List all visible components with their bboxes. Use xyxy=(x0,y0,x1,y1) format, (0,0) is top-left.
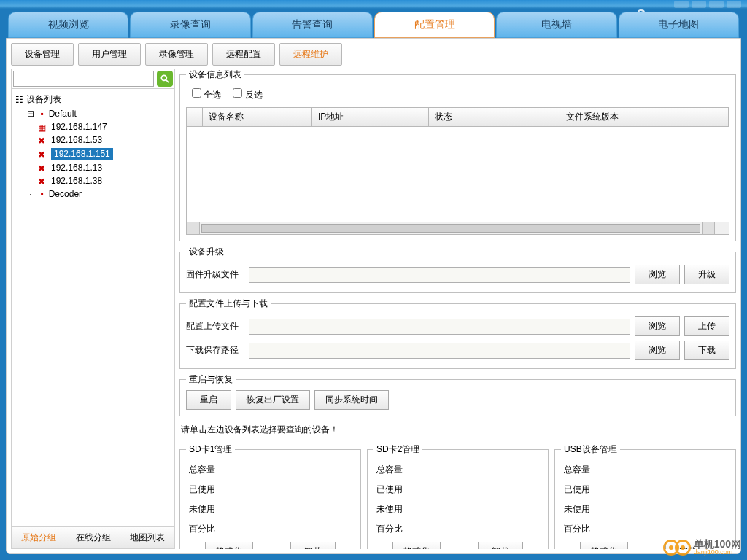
sync-time-button[interactable]: 同步系统时间 xyxy=(314,390,389,410)
config-upload-input[interactable] xyxy=(249,319,630,335)
maximize-button[interactable] xyxy=(709,1,724,8)
storage-box: SD卡1管理总容量已使用未使用百分比格式化卸载 xyxy=(179,443,361,549)
storage-total: 总容量 xyxy=(561,460,729,480)
folder-icon: ▪ xyxy=(37,109,46,118)
sub-tabs: 设备管理 用户管理 录像管理 远程配置 远程维护 xyxy=(11,43,736,66)
tab-tv-wall[interactable]: 电视墙 xyxy=(496,12,616,38)
config-legend: 配置文件上传与下载 xyxy=(186,298,271,310)
unmount-button[interactable]: 卸载 xyxy=(478,542,523,549)
minimize-button[interactable] xyxy=(692,1,706,8)
restart-fieldset: 重启与恢复 重启 恢复出厂设置 同步系统时间 xyxy=(179,373,736,416)
device-ip-label: 192.168.1.13 xyxy=(51,163,102,173)
horizontal-scrollbar[interactable] xyxy=(187,222,729,234)
select-all-checkbox[interactable]: 全选 xyxy=(192,88,221,101)
left-panel: ☷ 设备列表 ⊟ ▪ Default ▦192.168.1.147✖192.16… xyxy=(11,69,175,549)
col-ip[interactable]: IP地址 xyxy=(312,108,429,126)
tab-video-browse[interactable]: 视频浏览 xyxy=(8,12,128,38)
format-button[interactable]: 格式化 xyxy=(392,542,441,549)
unmount-button[interactable]: 卸载 xyxy=(290,542,336,549)
config-upload-browse-button[interactable]: 浏览 xyxy=(635,316,680,336)
main-tabs: 视频浏览 录像查询 告警查询 配置管理 电视墙 电子地图 xyxy=(0,9,747,38)
folder-icon: ▪ xyxy=(37,190,46,198)
subtab-remote-maintain[interactable]: 远程维护 xyxy=(279,43,342,66)
storage-used: 已使用 xyxy=(186,480,355,499)
tree-device-item[interactable]: ✖192.168.1.151 xyxy=(15,147,171,161)
tab-record-query[interactable]: 录像查询 xyxy=(130,12,250,38)
search-button[interactable] xyxy=(157,71,173,87)
tree-group-default[interactable]: ⊟ ▪ Default xyxy=(15,107,171,120)
config-fieldset: 配置文件上传与下载 配置上传文件 浏览 上传 下载保存路径 浏览 下载 xyxy=(179,298,736,369)
bottomtab-raw-group[interactable]: 原始分组 xyxy=(12,527,66,548)
camera-offline-icon: ✖ xyxy=(38,176,48,185)
firmware-browse-button[interactable]: 浏览 xyxy=(635,265,680,284)
factory-reset-button[interactable]: 恢复出厂设置 xyxy=(236,390,310,410)
camera-offline-icon: ✖ xyxy=(38,136,48,144)
dropdown-button[interactable] xyxy=(674,1,689,8)
device-tree: ☷ 设备列表 ⊟ ▪ Default ▦192.168.1.147✖192.16… xyxy=(12,89,174,526)
storage-legend: SD卡1管理 xyxy=(186,443,235,456)
tree-root-label: 设备列表 xyxy=(26,93,61,106)
expand-icon[interactable]: · xyxy=(26,190,35,198)
reboot-button[interactable]: 重启 xyxy=(186,390,231,410)
hint-text: 请单击左边设备列表选择要查询的设备！ xyxy=(179,421,736,439)
tree-root[interactable]: ☷ 设备列表 xyxy=(15,92,171,107)
subtab-user-manage[interactable]: 用户管理 xyxy=(78,43,141,66)
firmware-file-input[interactable] xyxy=(249,267,630,283)
config-download-browse-button[interactable]: 浏览 xyxy=(635,341,680,360)
upgrade-fieldset: 设备升级 固件升级文件 浏览 升级 xyxy=(179,246,736,293)
firmware-file-label: 固件升级文件 xyxy=(186,268,244,281)
config-upload-button[interactable]: 上传 xyxy=(684,316,729,336)
config-upload-label: 配置上传文件 xyxy=(186,320,244,332)
tab-config-manage[interactable]: 配置管理 xyxy=(374,12,495,38)
device-ip-label: 192.168.1.147 xyxy=(51,122,107,132)
expand-icon[interactable]: ⊟ xyxy=(26,109,35,118)
tree-device-item[interactable]: ▦192.168.1.147 xyxy=(15,120,171,133)
col-device-name[interactable]: 设备名称 xyxy=(203,108,312,126)
storage-percent: 百分比 xyxy=(374,519,542,539)
config-download-input[interactable] xyxy=(249,343,630,359)
storage-free: 未使用 xyxy=(561,499,729,519)
watermark-logo: 单机100网 danji100.com xyxy=(667,539,741,556)
svg-line-1 xyxy=(166,80,169,83)
restart-legend: 重启与恢复 xyxy=(186,373,236,386)
subtab-remote-config[interactable]: 远程配置 xyxy=(212,43,275,66)
tree-device-item[interactable]: ✖192.168.1.13 xyxy=(15,161,171,174)
camera-offline-icon: ✖ xyxy=(38,149,48,158)
search-input[interactable] xyxy=(13,71,154,87)
tab-emap[interactable]: 电子地图 xyxy=(619,12,739,38)
device-table[interactable]: 设备名称 IP地址 状态 文件系统版本 xyxy=(186,107,729,235)
format-button[interactable]: 格式化 xyxy=(205,542,253,549)
device-info-fieldset: 设备信息列表 全选 反选 设备名称 IP地址 状态 文件系统版本 xyxy=(179,69,736,241)
right-panel: 设备信息列表 全选 反选 设备名称 IP地址 状态 文件系统版本 xyxy=(179,69,736,549)
storage-legend: USB设备管理 xyxy=(561,443,620,456)
storage-total: 总容量 xyxy=(186,460,355,480)
bottomtab-map-list[interactable]: 地图列表 xyxy=(120,527,174,548)
tab-alarm-query[interactable]: 告警查询 xyxy=(252,12,373,38)
col-fs-version[interactable]: 文件系统版本 xyxy=(560,108,729,126)
subtab-record-manage[interactable]: 录像管理 xyxy=(145,43,208,66)
firmware-upgrade-button[interactable]: 升级 xyxy=(684,265,729,284)
device-info-legend: 设备信息列表 xyxy=(186,69,244,81)
format-button[interactable]: 格式化 xyxy=(580,542,628,549)
config-download-button[interactable]: 下载 xyxy=(684,341,729,360)
subtab-device-manage[interactable]: 设备管理 xyxy=(11,43,74,66)
tree-device-item[interactable]: ✖192.168.1.38 xyxy=(15,174,171,187)
device-ip-label: 192.168.1.151 xyxy=(51,148,113,160)
group-label: Decoder xyxy=(49,189,82,199)
camera-offline-icon: ✖ xyxy=(38,163,48,172)
storage-used: 已使用 xyxy=(374,480,542,499)
device-ip-label: 192.168.1.53 xyxy=(51,135,102,145)
close-button[interactable] xyxy=(727,1,741,8)
invert-checkbox[interactable]: 反选 xyxy=(233,88,262,101)
storage-free: 未使用 xyxy=(186,499,355,519)
svg-point-0 xyxy=(161,75,166,80)
bottomtab-online-group[interactable]: 在线分组 xyxy=(66,527,121,548)
storage-box: SD卡2管理总容量已使用未使用百分比格式化卸载 xyxy=(367,443,549,549)
bottom-tabs: 原始分组 在线分组 地图列表 xyxy=(12,526,174,548)
tree-device-item[interactable]: ✖192.168.1.53 xyxy=(15,133,171,147)
col-status[interactable]: 状态 xyxy=(429,108,560,126)
storage-box: USB设备管理总容量已使用未使用百分比格式化卸载 xyxy=(554,443,736,549)
group-label: Default xyxy=(49,109,77,119)
tree-group-decoder[interactable]: · ▪ Decoder xyxy=(15,187,171,201)
storage-used: 已使用 xyxy=(561,480,729,499)
